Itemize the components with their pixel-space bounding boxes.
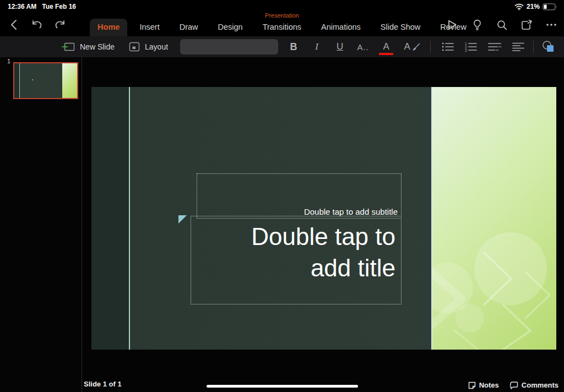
bullet-list-button[interactable] bbox=[442, 42, 454, 52]
tab-home[interactable]: Home bbox=[90, 19, 127, 36]
italic-button[interactable]: I bbox=[310, 41, 323, 52]
strip-edge-line bbox=[431, 87, 432, 350]
slide-accent-line bbox=[129, 87, 130, 350]
new-slide-button[interactable]: New Slide bbox=[62, 42, 115, 52]
svg-text:3: 3 bbox=[465, 48, 467, 52]
tab-slideshow[interactable]: Slide Show bbox=[373, 19, 429, 36]
tab-transitions[interactable]: Transitions bbox=[255, 19, 309, 36]
title-placeholder-text: Double tap to add title bbox=[191, 221, 401, 284]
share-icon[interactable] bbox=[519, 18, 534, 32]
notes-label: Notes bbox=[479, 381, 499, 389]
numbered-list-button[interactable]: 1 2 3 bbox=[465, 42, 477, 52]
powerpoint-ipad-app: 12:36 AM Tue Feb 16 21% bbox=[0, 0, 564, 392]
thumb-marker-dot bbox=[32, 79, 33, 80]
editing-canvas: Double tap to add subtitle Double tap to… bbox=[82, 57, 564, 392]
tab-insert[interactable]: Insert bbox=[132, 19, 167, 36]
thumb-accent-line bbox=[19, 63, 20, 98]
clock-time: 12:36 AM bbox=[8, 3, 36, 10]
brush-icon bbox=[413, 43, 420, 51]
more-options-icon[interactable] bbox=[544, 18, 558, 32]
layout-button[interactable]: Layout bbox=[129, 42, 168, 52]
tab-animations[interactable]: Animations bbox=[313, 19, 368, 36]
subtitle-placeholder[interactable]: Double tap to add subtitle bbox=[197, 173, 402, 219]
thumb-left-column bbox=[14, 63, 19, 98]
slide-green-strip bbox=[431, 87, 556, 350]
tab-draw[interactable]: Draw bbox=[172, 19, 206, 36]
status-bar: 12:36 AM Tue Feb 16 21% bbox=[0, 0, 564, 12]
insert-shape-button[interactable] bbox=[541, 40, 556, 53]
font-name-field[interactable] bbox=[180, 39, 278, 55]
notes-icon bbox=[468, 382, 476, 389]
comments-label: Comments bbox=[522, 381, 558, 389]
slide-thumbnail-panel bbox=[0, 57, 82, 392]
font-color-letter: A bbox=[383, 41, 389, 52]
indent-button[interactable] bbox=[488, 42, 501, 52]
strip-decorations bbox=[431, 87, 556, 350]
slide-counter: Slide 1 of 1 bbox=[84, 380, 122, 388]
lightbulb-icon[interactable] bbox=[470, 18, 484, 32]
slide-left-column bbox=[91, 87, 129, 350]
tab-design[interactable]: Design bbox=[210, 19, 251, 36]
comments-button[interactable]: Comments bbox=[510, 381, 558, 389]
nav-bar: Presentation Home Insert Draw Design Tra… bbox=[0, 12, 564, 36]
comments-icon bbox=[510, 382, 518, 389]
font-size-button[interactable]: A.. bbox=[356, 42, 370, 52]
home-ribbon: New Slide Layout B I U A.. A A bbox=[0, 36, 564, 57]
notes-button[interactable]: Notes bbox=[468, 381, 499, 389]
font-color-button[interactable]: A bbox=[379, 41, 393, 52]
placeholder-marker-triangle[interactable] bbox=[178, 215, 187, 224]
align-button[interactable] bbox=[512, 42, 524, 52]
battery-icon bbox=[543, 3, 557, 10]
clock-date: Tue Feb 16 bbox=[42, 3, 76, 10]
ribbon-divider bbox=[430, 41, 431, 53]
layout-label: Layout bbox=[145, 42, 168, 51]
text-effects-letter: A bbox=[404, 41, 410, 52]
bottom-bar: Slide 1 of 1 Notes Comments bbox=[0, 375, 564, 392]
slide-thumbnail-1[interactable] bbox=[13, 62, 78, 99]
text-effects-button[interactable]: A bbox=[403, 41, 421, 52]
underline-button[interactable]: U bbox=[333, 41, 346, 52]
ribbon-divider bbox=[533, 41, 534, 53]
bold-button[interactable]: B bbox=[287, 41, 300, 53]
layout-icon bbox=[129, 42, 140, 52]
search-icon[interactable] bbox=[495, 18, 509, 32]
title-line-2: add title bbox=[191, 252, 395, 284]
new-slide-icon bbox=[62, 42, 75, 52]
wifi-icon bbox=[514, 3, 524, 10]
title-placeholder[interactable]: Double tap to add title bbox=[191, 216, 402, 304]
new-slide-label: New Slide bbox=[80, 42, 115, 51]
play-slideshow-icon[interactable] bbox=[445, 18, 459, 32]
thumbnail-slide-number: 1 bbox=[7, 58, 10, 64]
battery-percent: 21% bbox=[527, 3, 540, 10]
title-line-1: Double tap to bbox=[191, 221, 395, 252]
thumb-green-strip bbox=[62, 63, 77, 98]
font-color-swatch bbox=[379, 53, 393, 55]
home-indicator[interactable] bbox=[207, 385, 358, 388]
slide-1-surface[interactable]: Double tap to add subtitle Double tap to… bbox=[91, 87, 556, 350]
